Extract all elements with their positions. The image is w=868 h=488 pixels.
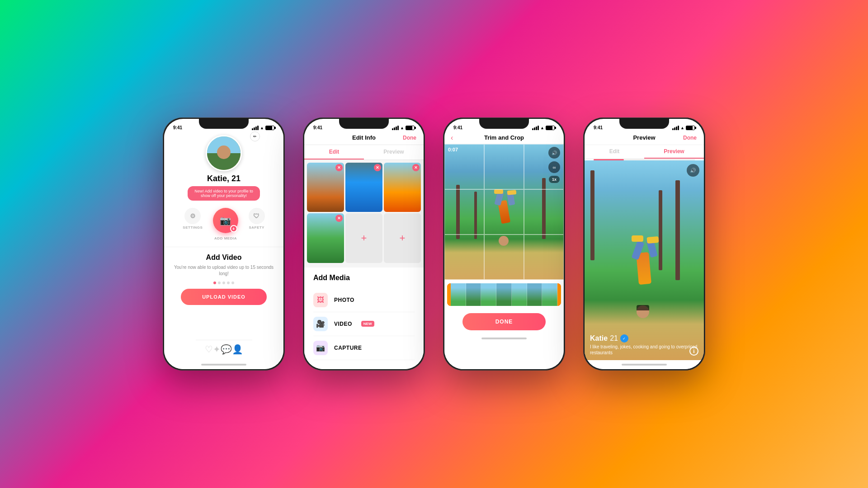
home-indicator-4: [585, 360, 704, 369]
info-icon[interactable]: ℹ: [689, 347, 698, 356]
video-controls-right: 🔊 ∞ 1x: [548, 147, 560, 183]
trim-bar[interactable]: [444, 280, 564, 310]
add-video-title: Add Video: [173, 253, 274, 262]
trim-thumb-left[interactable]: [447, 283, 451, 306]
battery-icon: [265, 126, 274, 130]
trim-frame-6: [527, 283, 542, 306]
home-indicator-1: [201, 360, 246, 369]
photo-cell-3[interactable]: ✕: [384, 163, 421, 212]
time-2: 9:41: [313, 125, 322, 130]
wifi-icon: ▲: [260, 126, 264, 130]
tab-bar-2: Edit Preview: [304, 145, 424, 160]
phone-2-edit-info: 9:41 ▲ Edit Info Done E: [303, 117, 425, 371]
photo-delete-2[interactable]: ✕: [374, 164, 381, 171]
profile-icon[interactable]: 👤: [232, 344, 243, 355]
photo-icon: 🖼: [313, 293, 328, 307]
add-media-icon: 📷 +: [213, 208, 238, 233]
video-time-display: 0:07: [448, 147, 458, 152]
trim-frame-2: [466, 283, 481, 306]
media-option-video[interactable]: 🎥 VIDEO NEW: [313, 312, 415, 336]
photo-label: PHOTO: [334, 297, 354, 303]
media-option-photo[interactable]: 🖼 PHOTO: [313, 288, 415, 312]
capture-icon: 📷: [313, 341, 328, 355]
time-4: 9:41: [594, 125, 603, 130]
heart-icon[interactable]: ♡: [205, 344, 213, 355]
crop-grid-overlay: [444, 144, 564, 280]
speed-btn[interactable]: 1x: [549, 176, 560, 183]
trim-frame-5: [512, 283, 527, 306]
notch-4: [619, 119, 669, 129]
edit-info-header: Edit Info Done: [304, 131, 424, 145]
status-icons-2: ▲: [392, 126, 415, 130]
photo-cell-4[interactable]: ✕: [307, 213, 344, 263]
photo-add-1[interactable]: +: [345, 213, 382, 263]
dot-2: [218, 282, 221, 284]
preview-tabs: Edit Preview: [585, 145, 704, 159]
settings-btn[interactable]: ⚙ SETTINGS: [183, 208, 203, 240]
time-1: 9:41: [173, 125, 182, 130]
divider: [164, 247, 283, 247]
preview-video-bg: [585, 160, 704, 360]
tab-edit[interactable]: Edit: [304, 145, 364, 160]
phone-1-add-video: 9:41 ▲ ✏ Katie, 21: [163, 117, 285, 371]
trim-frames: [451, 283, 557, 306]
wifi-icon-4: ▲: [680, 126, 684, 130]
tab-preview[interactable]: Preview: [364, 145, 424, 160]
volume-btn[interactable]: 🔊: [548, 147, 560, 159]
loop-btn[interactable]: ∞: [548, 161, 560, 173]
edit-pencil-icon[interactable]: ✏: [250, 131, 260, 141]
preview-name-row: Katie 21 ✓: [590, 334, 698, 343]
phone3-content: ‹ Trim and Crop: [444, 131, 564, 369]
dot-1: [213, 282, 216, 284]
preview-volume-btn[interactable]: 🔊: [687, 164, 699, 177]
preview-user-bio: I like traveling, jokes, cooking and goi…: [590, 344, 698, 356]
preview-user-info: Katie 21 ✓ I like traveling, jokes, cook…: [590, 334, 698, 356]
dot-3: [222, 282, 225, 284]
upload-video-button[interactable]: UPLOAD VIDEO: [181, 289, 267, 305]
photo-grid: ✕ ✕ ✕ ✕ + +: [304, 160, 424, 266]
dot-4: [227, 282, 230, 284]
photo-add-2[interactable]: +: [384, 213, 421, 263]
media-option-capture[interactable]: 📷 CAPTURE: [313, 336, 415, 360]
trim-track[interactable]: [447, 283, 561, 306]
video-label: VIDEO: [334, 321, 352, 327]
safety-icon: 🛡: [249, 208, 265, 224]
add-media-btn[interactable]: 📷 + ADD MEDIA: [213, 208, 238, 240]
add-media-sheet-title: Add Media: [313, 274, 415, 282]
crop-title: Trim and Crop: [484, 134, 524, 141]
preview-tab-edit[interactable]: Edit: [585, 145, 644, 159]
preview-done-button[interactable]: Done: [683, 135, 697, 141]
trim-frame-1: [451, 283, 466, 306]
done-button-2[interactable]: Done: [403, 135, 416, 141]
battery-icon-4: [686, 126, 695, 130]
status-icons-3: ▲: [532, 126, 555, 130]
trim-frame-7: [542, 283, 557, 306]
phone1-content: ✏ Katie, 21 New! Add video to your profi…: [164, 131, 283, 369]
settings-icon: ⚙: [184, 208, 201, 224]
photo-cell-2[interactable]: ✕: [345, 163, 382, 212]
preview-tab-preview[interactable]: Preview: [644, 145, 704, 159]
photo-delete-1[interactable]: ✕: [335, 164, 343, 171]
signal-icon: [252, 126, 259, 130]
add-video-desc: You're now able to upload video up to 15…: [173, 264, 274, 277]
sparkle-icon[interactable]: ✦: [213, 344, 221, 355]
trim-thumb-right[interactable]: [557, 283, 561, 306]
time-3: 9:41: [453, 125, 462, 130]
user-name: Katie, 21: [207, 174, 241, 183]
add-media-sheet: Add Media 🖼 PHOTO 🎥 VIDEO NEW 📷 CAPTURE: [304, 267, 424, 369]
photo-delete-3[interactable]: ✕: [412, 164, 420, 171]
phone4-content: Preview Done Edit Preview: [585, 131, 704, 369]
home-indicator-3: [444, 334, 564, 343]
signal-icon-4: [672, 126, 679, 130]
back-button[interactable]: ‹: [451, 134, 453, 142]
preview-user-age: 21: [610, 334, 618, 343]
pagination-dots: [173, 282, 274, 284]
done-button-3[interactable]: DONE: [462, 313, 546, 330]
verified-badge: ✓: [620, 334, 628, 343]
safety-btn[interactable]: 🛡 SAFETY: [249, 208, 265, 240]
photo-cell-1[interactable]: ✕: [307, 163, 344, 212]
chat-icon[interactable]: 💬: [221, 344, 232, 355]
trim-frame-3: [481, 283, 496, 306]
preview-title: Preview: [633, 134, 655, 141]
battery-icon-3: [546, 126, 555, 130]
